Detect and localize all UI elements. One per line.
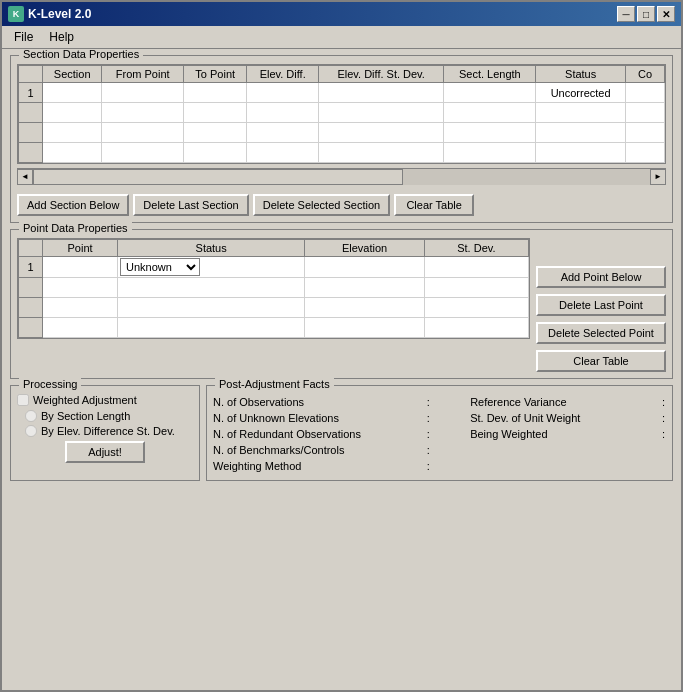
post-adj-label-r1: Reference Variance: [462, 394, 661, 410]
point-col-num: [19, 240, 43, 257]
point-row-status[interactable]: Unknown Known Benchmark: [118, 257, 305, 278]
point-col-stdev: St. Dev.: [424, 240, 528, 257]
adjust-btn-row: Adjust!: [17, 441, 193, 463]
minimize-button[interactable]: ─: [617, 6, 635, 22]
section-row-to[interactable]: [184, 83, 247, 103]
by-section-length-row: By Section Length: [25, 410, 193, 422]
section-scrollbar[interactable]: ◄ ►: [17, 168, 666, 184]
processing-group: Processing Weighted Adjustment By Sectio…: [10, 385, 200, 481]
post-adj-row-5: Weighting Method :: [213, 458, 666, 474]
section-row-elev-diff-stdev[interactable]: [318, 83, 443, 103]
post-adj-colon-5: :: [417, 458, 440, 474]
scroll-thumb[interactable]: [33, 169, 403, 185]
section-col-length: Sect. Length: [444, 66, 536, 83]
point-col-point: Point: [43, 240, 118, 257]
delete-selected-point-button[interactable]: Delete Selected Point: [536, 322, 666, 344]
point-row-num: 1: [19, 257, 43, 278]
table-row-empty-4: [19, 143, 665, 163]
point-data-title: Point Data Properties: [19, 222, 132, 234]
point-table-area: Point Status Elevation St. Dev. 1: [17, 238, 530, 372]
section-table: Section From Point To Point Elev. Diff. …: [18, 65, 665, 163]
post-adj-table: N. of Observations : Reference Variance …: [213, 394, 666, 474]
section-col-co: Co: [625, 66, 664, 83]
clear-section-table-button[interactable]: Clear Table: [394, 194, 474, 216]
post-adj-colon-3: :: [417, 426, 440, 442]
scroll-track[interactable]: [33, 169, 650, 185]
section-col-from: From Point: [102, 66, 184, 83]
by-section-length-radio[interactable]: [25, 410, 37, 422]
section-button-row: Add Section Below Delete Last Section De…: [17, 194, 666, 216]
maximize-button[interactable]: □: [637, 6, 655, 22]
title-bar-left: K K-Level 2.0: [8, 6, 91, 22]
point-data-group: Point Data Properties Point Status: [10, 229, 673, 379]
weighted-adjustment-label: Weighted Adjustment: [33, 394, 137, 406]
menu-bar: File Help: [2, 26, 681, 49]
delete-last-section-button[interactable]: Delete Last Section: [133, 194, 248, 216]
post-adj-label-r3: Being Weighted: [462, 426, 661, 442]
post-adj-value-4: [439, 442, 462, 458]
table-row-empty-3: [19, 123, 665, 143]
point-table-container: Point Status Elevation St. Dev. 1: [17, 238, 530, 339]
by-elev-diff-radio[interactable]: [25, 425, 37, 437]
title-bar-buttons: ─ □ ✕: [617, 6, 675, 22]
post-adj-value-2: [439, 410, 462, 426]
scroll-left-arrow[interactable]: ◄: [17, 169, 33, 185]
post-adjustment-title: Post-Adjustment Facts: [215, 378, 334, 390]
section-col-status: Status: [536, 66, 626, 83]
section-table-container: Section From Point To Point Elev. Diff. …: [17, 64, 666, 164]
point-row-stdev[interactable]: [424, 257, 528, 278]
table-row-empty-2: [19, 103, 665, 123]
table-row: 1 Uncorrected: [19, 83, 665, 103]
post-adj-value-1: [439, 394, 462, 410]
section-data-title: Section Data Properties: [19, 49, 143, 60]
adjust-button[interactable]: Adjust!: [65, 441, 145, 463]
section-row-section[interactable]: [43, 83, 102, 103]
post-adj-colon-2: :: [417, 410, 440, 426]
post-adj-value-3: [439, 426, 462, 442]
post-adj-label-2: N. of Unknown Elevations: [213, 410, 417, 426]
section-row-elev-diff[interactable]: [247, 83, 319, 103]
section-col-to: To Point: [184, 66, 247, 83]
post-adj-label-5: Weighting Method: [213, 458, 417, 474]
point-col-status: Status: [118, 240, 305, 257]
post-adj-label-1: N. of Observations: [213, 394, 417, 410]
bottom-section: Processing Weighted Adjustment By Sectio…: [10, 385, 673, 481]
section-col-section: Section: [43, 66, 102, 83]
weighted-adjustment-checkbox[interactable]: [17, 394, 29, 406]
post-adj-colon-1: :: [417, 394, 440, 410]
app-icon: K: [8, 6, 24, 22]
close-button[interactable]: ✕: [657, 6, 675, 22]
point-row-empty-2: [19, 278, 529, 298]
by-elev-diff-label: By Elev. Difference St. Dev.: [41, 425, 175, 437]
main-content: Section Data Properties Section From Poi…: [2, 49, 681, 690]
add-section-button[interactable]: Add Section Below: [17, 194, 129, 216]
section-row-from[interactable]: [102, 83, 184, 103]
post-adj-colon-4: :: [417, 442, 440, 458]
post-adj-row-2: N. of Unknown Elevations : St. Dev. of U…: [213, 410, 666, 426]
point-buttons: Add Point Below Delete Last Point Delete…: [536, 238, 666, 372]
point-row-empty-4: [19, 318, 529, 338]
post-adjustment-group: Post-Adjustment Facts N. of Observations…: [206, 385, 673, 481]
window-title: K-Level 2.0: [28, 7, 91, 21]
delete-selected-section-button[interactable]: Delete Selected Section: [253, 194, 390, 216]
section-row-length[interactable]: [444, 83, 536, 103]
status-dropdown[interactable]: Unknown Known Benchmark: [120, 258, 302, 276]
status-select[interactable]: Unknown Known Benchmark: [120, 258, 200, 276]
table-row: 1 Unknown Known Benchmark: [19, 257, 529, 278]
point-row-point[interactable]: [43, 257, 118, 278]
section-data-group: Section Data Properties Section From Poi…: [10, 55, 673, 223]
section-col-num: [19, 66, 43, 83]
add-point-button[interactable]: Add Point Below: [536, 266, 666, 288]
menu-file[interactable]: File: [6, 28, 41, 46]
clear-point-table-button[interactable]: Clear Table: [536, 350, 666, 372]
radio-group: By Section Length By Elev. Difference St…: [25, 410, 193, 437]
point-row-elevation[interactable]: [305, 257, 425, 278]
delete-last-point-button[interactable]: Delete Last Point: [536, 294, 666, 316]
post-adj-label-3: N. of Redundant Observations: [213, 426, 417, 442]
title-bar: K K-Level 2.0 ─ □ ✕: [2, 2, 681, 26]
section-row-co[interactable]: [625, 83, 664, 103]
menu-help[interactable]: Help: [41, 28, 82, 46]
scroll-right-arrow[interactable]: ►: [650, 169, 666, 185]
processing-title: Processing: [19, 378, 81, 390]
post-adj-label-r2: St. Dev. of Unit Weight: [462, 410, 661, 426]
